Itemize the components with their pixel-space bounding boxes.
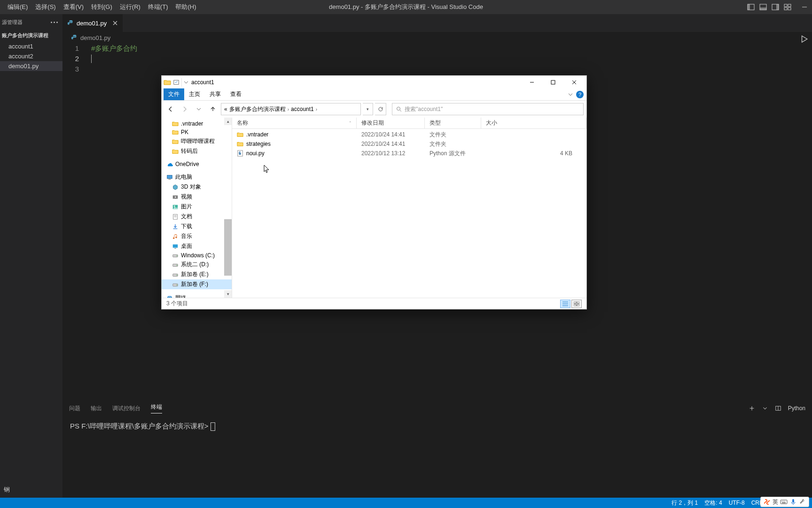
layout-customize-icon[interactable] (784, 3, 791, 11)
keyboard-icon[interactable] (780, 498, 788, 506)
tree-item[interactable]: Windows (C:) (162, 251, 232, 260)
tree-item[interactable]: 新加卷 (E:) (162, 270, 232, 279)
tree-item[interactable]: 哔喱哔喱课程 (162, 136, 232, 146)
tree-item[interactable]: 音乐 (162, 231, 232, 241)
new-terminal-icon[interactable] (749, 405, 755, 412)
recent-locations-button[interactable] (193, 103, 205, 115)
tree-item[interactable]: 系统二 (D:) (162, 260, 232, 270)
svg-rect-19 (168, 179, 171, 179)
terminal-body[interactable]: PS F:\哔哩哔哩课程\多账户多合约演示课程> (62, 416, 812, 508)
close-button[interactable] (563, 76, 585, 89)
col-name[interactable]: 名称˄ (232, 118, 357, 128)
qat-dropdown-icon[interactable] (184, 80, 188, 85)
tree-item[interactable]: OneDrive (162, 160, 232, 168)
menu-goto[interactable]: 转到(G) (87, 3, 116, 11)
chevron-down-icon[interactable] (762, 405, 768, 412)
tree-item[interactable]: 此电脑 (162, 172, 232, 182)
address-bar[interactable]: « 多账户多合约演示课程 › account1 › (221, 103, 361, 115)
tree-item[interactable]: 新加卷 (F:) (162, 279, 232, 289)
code-line-2 (91, 54, 812, 64)
explorer-titlebar[interactable]: account1 (162, 76, 586, 89)
status-encoding[interactable]: UTF-8 (729, 500, 745, 506)
tree-item[interactable]: 文档 (162, 212, 232, 222)
view-details-button[interactable] (560, 300, 570, 308)
menu-terminal[interactable]: 终端(T) (144, 3, 172, 11)
tree-item[interactable]: 下载 (162, 222, 232, 231)
picture-icon (172, 204, 179, 210)
sidebar-item-demo01[interactable]: demo01.py (0, 61, 62, 71)
menu-select[interactable]: 选择(S) (31, 3, 59, 11)
ribbon-tab-home[interactable]: 主页 (184, 88, 205, 100)
sidebar-item-account1[interactable]: account1 (0, 41, 62, 51)
panel-tab-debug[interactable]: 调试控制台 (112, 405, 141, 413)
menu-edit[interactable]: 编辑(E) (4, 3, 31, 11)
col-type[interactable]: 类型 (425, 118, 481, 128)
help-icon[interactable]: ? (576, 91, 584, 98)
menu-run[interactable]: 运行(R) (116, 3, 144, 11)
tree-item[interactable]: 网络 (162, 293, 232, 298)
breadcrumb[interactable]: demo01.py (62, 32, 812, 43)
scroll-down-icon[interactable]: ▾ (224, 290, 232, 298)
run-icon[interactable] (800, 35, 808, 43)
close-tab-icon[interactable] (112, 20, 118, 26)
up-button[interactable] (207, 103, 219, 115)
panel-tab-problems[interactable]: 问题 (69, 405, 80, 413)
tree-item[interactable]: 桌面 (162, 241, 232, 251)
sidebar-outline[interactable]: 钢 (2, 484, 61, 495)
address-crumb-prefix[interactable]: « (224, 106, 227, 112)
ribbon-expand-icon[interactable] (568, 92, 573, 97)
tree-item[interactable]: 转码后 (162, 146, 232, 156)
tree-item[interactable]: .vntrader (162, 119, 232, 128)
search-box[interactable]: 搜索"account1" (392, 103, 584, 115)
list-row[interactable]: strategies2022/10/24 14:41文件夹 (232, 139, 586, 149)
ribbon-tab-share[interactable]: 共享 (205, 88, 226, 100)
status-line-col[interactable]: 行 2，列 1 (671, 499, 698, 507)
tree-item[interactable]: 3D 对象 (162, 182, 232, 192)
ribbon-tab-file[interactable]: 文件 (164, 88, 184, 100)
explorer-sidebar: 源管理器 账户多合约演示课程 account1 account2 demo01.… (0, 14, 62, 508)
maximize-button[interactable] (542, 76, 563, 89)
terminal-kernel-label[interactable]: Python (788, 405, 805, 412)
status-indent[interactable]: 空格: 4 (704, 499, 722, 507)
nav-tree[interactable]: ▴ ▾ .vntraderPK哔喱哔喱课程转码后OneDrive此电脑3D 对象… (162, 118, 232, 298)
menu-help[interactable]: 帮助(H) (172, 3, 200, 11)
tab-demo01[interactable]: demo01.py (62, 14, 123, 32)
ribbon-tab-view[interactable]: 查看 (226, 88, 246, 100)
layout-sidebar-right-icon[interactable] (772, 3, 779, 11)
list-header: 名称˄ 修改日期 类型 大小 (232, 118, 586, 129)
minimize-icon[interactable] (801, 3, 808, 11)
sidebar-more-icon[interactable] (51, 22, 58, 23)
panel-tab-terminal[interactable]: 终端 (151, 403, 162, 413)
mic-icon[interactable] (789, 498, 797, 506)
layout-panel-bottom-icon[interactable] (759, 3, 767, 11)
col-date[interactable]: 修改日期 (357, 118, 425, 128)
list-row[interactable]: noui.py2022/10/12 13:12Python 源文件4 KB (232, 149, 586, 158)
svg-rect-26 (173, 244, 178, 247)
view-large-icons-button[interactable] (571, 300, 582, 308)
sidebar-project[interactable]: 账户多合约演示课程 (0, 31, 62, 40)
svg-rect-42 (577, 302, 579, 303)
panel-tab-output[interactable]: 输出 (91, 405, 102, 413)
list-row[interactable]: .vntrader2022/10/24 14:41文件夹 (232, 130, 586, 139)
svg-rect-50 (792, 499, 794, 503)
split-terminal-icon[interactable] (775, 405, 781, 412)
scrollbar-thumb[interactable] (224, 219, 232, 276)
tree-item[interactable]: 图片 (162, 202, 232, 212)
qat-properties-icon[interactable] (173, 79, 180, 86)
ime-indicator[interactable]: 英 (760, 497, 809, 507)
menu-view[interactable]: 查看(V) (60, 3, 87, 11)
tree-item[interactable]: PK (162, 128, 232, 136)
layout-sidebar-left-icon[interactable] (747, 3, 755, 11)
tools-icon[interactable] (799, 498, 806, 506)
tree-item[interactable]: 视频 (162, 192, 232, 202)
address-history-button[interactable]: ▾ (363, 103, 373, 115)
minimize-button[interactable] (521, 76, 542, 89)
refresh-button[interactable] (375, 103, 386, 115)
sidebar-item-account2[interactable]: account2 (0, 51, 62, 61)
back-button[interactable] (164, 103, 177, 115)
address-crumb-2[interactable]: account1 (291, 106, 314, 112)
col-size[interactable]: 大小 (481, 118, 586, 128)
scroll-up-icon[interactable]: ▴ (224, 118, 232, 125)
forward-button[interactable] (179, 103, 191, 115)
address-crumb-1[interactable]: 多账户多合约演示课程 (229, 105, 286, 113)
